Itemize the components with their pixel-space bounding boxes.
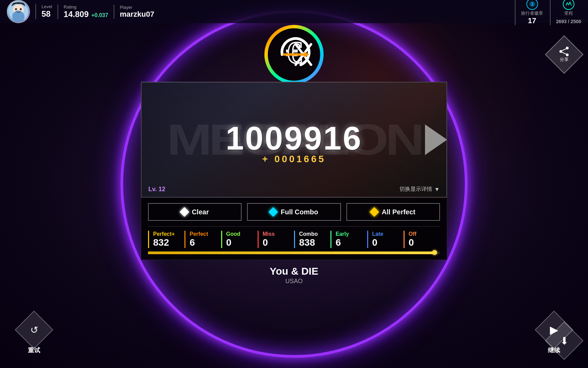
score-display: 1009916 + 0001665	[226, 120, 362, 165]
all-perfect-diamond-icon	[370, 207, 379, 217]
svg-point-3	[15, 8, 17, 10]
retry-icon: ↺	[30, 324, 38, 336]
song-banner: MEGALON 1009916 + 0001665 Lv. 12 切换显示详情 …	[141, 82, 447, 198]
song-info: You & DIE USAO	[141, 260, 447, 288]
full-combo-badge: Full Combo	[247, 203, 341, 221]
badge-label: 旅行者徽章	[521, 10, 543, 16]
level-label: Level	[42, 4, 52, 9]
badge-value: 17	[528, 16, 536, 25]
stat-label-perfect: Perfect	[190, 231, 221, 237]
rating-delta: +0.037	[91, 12, 108, 18]
stat-cell-perfect: Perfect 6	[184, 231, 221, 248]
badge-block: ① 旅行者徽章 17	[515, 0, 543, 25]
stat-value-perfect: 6	[190, 237, 221, 248]
clear-diamond-icon	[179, 207, 189, 217]
full-combo-diamond-icon	[268, 207, 278, 217]
avatar-image	[8, 1, 29, 22]
all-perfect-badge: All Perfect	[346, 203, 440, 221]
level-value: 58	[42, 9, 52, 19]
stat-cell-late: Late 0	[367, 231, 404, 248]
player-label: Player	[120, 5, 154, 10]
stat-label-late: Late	[372, 231, 404, 237]
retry-group: ↺ 重试	[20, 316, 48, 354]
header-right: ① 旅行者徽章 17 里程 2693 / 2500	[515, 0, 581, 25]
stat-cell-off: Off 0	[404, 231, 440, 248]
toggle-detail-icon: ▼	[434, 186, 440, 193]
stat-value-late: 0	[372, 237, 404, 248]
mileage-label: 里程	[564, 10, 573, 16]
share-button-inner: 分享	[559, 46, 569, 63]
header-bar: Level 58 Rating 14.809 +0.037 Player mar…	[0, 0, 588, 23]
stat-value-good: 0	[226, 237, 258, 248]
stat-label-good: Good	[226, 231, 258, 237]
level-block: Level 58	[35, 4, 52, 19]
stat-label-early: Early	[336, 231, 367, 237]
stat-cell-perfect-plus: Perfect+ 832	[148, 231, 184, 248]
stat-label-off: Off	[409, 231, 440, 237]
rating-value: 14.809	[64, 10, 88, 19]
rating-row: 14.809 +0.037	[64, 10, 108, 19]
stat-value-early: 6	[336, 237, 367, 248]
result-panel: € MEGALON 1009916 + 0001665 Lv. 12	[141, 41, 447, 288]
stat-value-off: 0	[409, 237, 440, 248]
rating-label: Rating	[64, 4, 108, 10]
mileage-value: 2693 / 2500	[556, 16, 581, 25]
share-label: 分享	[560, 57, 569, 63]
stat-value-combo: 838	[299, 237, 330, 248]
avatar[interactable]	[7, 0, 30, 23]
full-combo-badge-label: Full Combo	[281, 208, 318, 216]
mileage-block: 里程 2693 / 2500	[550, 0, 581, 25]
stat-label-perfect-plus: Perfect+	[153, 231, 184, 237]
svg-text:①: ①	[530, 1, 534, 7]
stats-row: Perfect+ 832 Perfect 6 Good 0 Miss 0 Com…	[148, 226, 440, 248]
clear-badge-label: Clear	[192, 208, 209, 216]
stat-value-miss: 0	[263, 237, 294, 248]
progress-bar	[148, 251, 440, 254]
bottom-nav: ↺ 重试 ▶ 继续	[0, 316, 588, 354]
player-name: marzku07	[120, 10, 154, 19]
badges-row: Clear Full Combo All Perfect	[148, 203, 440, 221]
svg-point-4	[20, 8, 22, 10]
save-icon: ⬇	[560, 335, 569, 347]
progress-bar-fill	[148, 251, 437, 254]
retry-button-inner: ↺	[30, 324, 38, 336]
stat-cell-miss: Miss 0	[258, 231, 294, 248]
badge-icon: ①	[526, 0, 538, 10]
mileage-icon	[562, 0, 575, 10]
song-title: You & DIE	[141, 265, 447, 277]
stat-value-perfect-plus: 832	[153, 237, 184, 248]
retry-button[interactable]: ↺	[15, 310, 53, 349]
stat-label-miss: Miss	[263, 231, 294, 237]
ex-ring-svg: €	[263, 24, 325, 85]
stat-cell-early: Early 6	[330, 231, 367, 248]
toggle-detail-button[interactable]: 切换显示详情 ▼	[399, 186, 440, 193]
svg-line-13	[562, 52, 566, 54]
song-artist: USAO	[141, 278, 447, 285]
score-main: 1009916	[226, 120, 362, 157]
toggle-detail-label: 切换显示详情	[399, 186, 432, 193]
avatar-svg	[8, 1, 29, 22]
ex-logo: €	[263, 24, 325, 85]
player-block: Player marzku07	[114, 5, 154, 19]
all-perfect-badge-label: All Perfect	[382, 208, 415, 216]
stat-cell-combo: Combo 838	[294, 231, 330, 248]
clear-badge: Clear	[148, 203, 242, 221]
rating-block: Rating 14.809 +0.037	[58, 4, 108, 19]
share-icon	[559, 46, 569, 57]
stat-cell-good: Good 0	[221, 231, 258, 248]
svg-line-12	[562, 49, 566, 51]
level-indicator: Lv. 12	[148, 186, 165, 193]
result-bottom: Clear Full Combo All Perfect Perfect+ 83…	[141, 198, 447, 260]
play-button[interactable]	[425, 124, 447, 155]
stat-label-combo: Combo	[299, 231, 330, 237]
